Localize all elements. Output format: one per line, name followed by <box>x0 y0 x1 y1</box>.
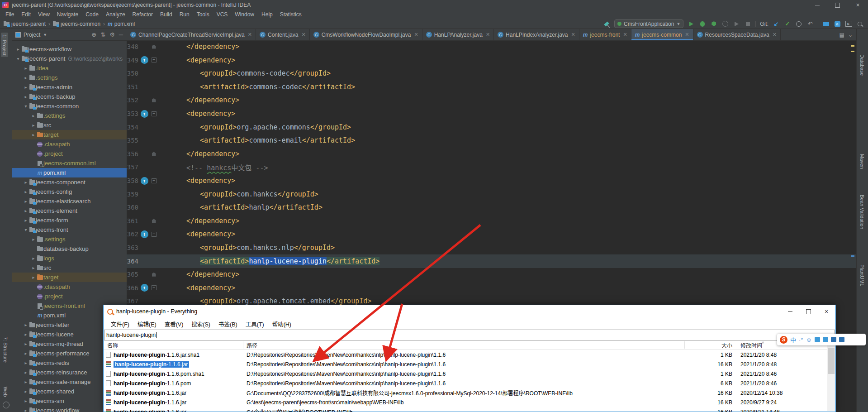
everything-menu-item[interactable]: 书签(B) <box>215 320 241 328</box>
everything-menu-item[interactable]: 编辑(E) <box>134 320 160 328</box>
menu-item-code[interactable]: Code <box>82 11 102 18</box>
everything-menu-item[interactable]: 文件(F) <box>107 320 133 328</box>
column-header-name[interactable]: 名称 <box>107 340 236 350</box>
editor-tab[interactable]: CCmsWorkflowNodeFlowDaoImpl.java✕ <box>310 29 422 40</box>
breadcrumb-item[interactable]: jeecms-parent <box>4 21 46 27</box>
expand-arrow-icon[interactable]: ▸ <box>23 341 28 346</box>
ime-chinese-mode-icon[interactable]: 中 <box>790 335 796 344</box>
everything-row[interactable]: hanlp-lucene-plugin-1.1.6.pomD:\Reposito… <box>104 378 835 388</box>
tree-item[interactable]: .project <box>12 292 127 301</box>
menu-item-help[interactable]: Help <box>258 11 276 18</box>
column-header-path[interactable]: 路径 <box>247 340 690 350</box>
search-everywhere-button[interactable] <box>856 20 863 28</box>
build-button[interactable] <box>603 20 610 28</box>
tab-close-icon[interactable]: ✕ <box>571 32 575 38</box>
hide-panel-icon[interactable]: ─ <box>119 31 123 38</box>
tree-item[interactable]: ▸jeecms-elasticsearch <box>12 196 127 206</box>
tree-item[interactable]: ▾jeecms-common <box>12 101 127 111</box>
everything-row[interactable]: hanlp-lucene-plugin-1.1.6.jarG:\test\jee… <box>104 398 835 407</box>
everything-menu-item[interactable]: 工具(T) <box>242 320 268 328</box>
tree-item[interactable]: .classpath <box>12 139 127 149</box>
expand-arrow-icon[interactable]: ▾ <box>23 227 28 232</box>
expand-arrow-icon[interactable]: ▸ <box>23 85 28 90</box>
expand-arrow-icon[interactable]: ▸ <box>31 113 36 118</box>
expand-arrow-icon[interactable]: ▸ <box>23 218 28 223</box>
tab-close-icon[interactable]: ✕ <box>301 32 305 38</box>
editor-tab[interactable]: CHanLPAnalyzer.java✕ <box>422 29 494 40</box>
tree-item[interactable]: database-backup <box>12 244 127 254</box>
expand-arrow-icon[interactable]: ▾ <box>15 56 21 61</box>
expand-arrow-icon[interactable]: ▸ <box>31 132 36 137</box>
tree-item[interactable]: ▸jeecms-form <box>12 216 127 225</box>
tree-item[interactable]: ▸jeecms-backup <box>12 92 127 101</box>
expand-arrow-icon[interactable]: ▸ <box>23 408 28 412</box>
maven-update-icon[interactable]: ↑ <box>141 177 148 185</box>
everything-menu-item[interactable]: 帮助(H) <box>269 320 295 328</box>
fold-collapse-icon[interactable]: − <box>152 57 157 62</box>
gear-icon[interactable]: ⚙ <box>109 31 115 38</box>
more-tabs-icon[interactable]: ⌄ <box>848 32 853 38</box>
expand-arrow-icon[interactable]: ▸ <box>23 75 28 80</box>
tool-window-button-web[interactable]: Web <box>3 387 8 397</box>
tree-item[interactable]: ▸jeecms-component <box>12 177 127 187</box>
tree-item[interactable]: ▸.settings <box>12 235 127 244</box>
editor-tab[interactable]: CResourcesSpaceData.java✕ <box>693 29 781 40</box>
fold-marker-slot[interactable] <box>150 219 157 223</box>
everything-search-input[interactable]: hanlp-lucene-plugin <box>104 330 835 340</box>
fold-collapse-icon[interactable]: − <box>152 285 157 290</box>
fold-marker-slot[interactable] <box>150 273 157 277</box>
expand-arrow-icon[interactable]: ▸ <box>23 360 28 365</box>
split-editor-icon[interactable]: ▤ <box>840 32 844 38</box>
coverage-button[interactable] <box>710 20 717 28</box>
expand-arrow-icon[interactable]: ▸ <box>31 265 36 270</box>
everything-scrollbar[interactable]: ▲ <box>827 340 835 411</box>
expand-arrow-icon[interactable]: ▸ <box>23 370 28 375</box>
tool-window-button-structure[interactable]: 7: Structure <box>3 337 8 363</box>
tree-item[interactable]: ▸src <box>12 263 127 273</box>
tool-window-button-project[interactable]: 1: Project <box>1 33 8 57</box>
everything-minimize-button[interactable] <box>781 306 799 317</box>
tree-item[interactable]: ▸jeecms-element <box>12 206 127 216</box>
expand-arrow-icon[interactable]: ▸ <box>23 208 28 213</box>
ime-skin-icon[interactable] <box>839 337 844 342</box>
fold-end-icon[interactable] <box>152 45 156 49</box>
everything-menu-item[interactable]: 搜索(S) <box>188 320 214 328</box>
tree-item[interactable]: ▾jeecms-parentG:\workspace\gitworks <box>12 54 127 63</box>
ime-emoji-icon[interactable]: ☺ <box>806 336 812 343</box>
menu-item-edit[interactable]: Edit <box>18 11 34 18</box>
fold-marker-slot[interactable] <box>150 98 157 102</box>
fold-collapse-icon[interactable]: − <box>152 178 157 183</box>
fold-collapse-icon[interactable]: − <box>152 232 157 237</box>
expand-arrow-icon[interactable]: ▸ <box>23 389 28 394</box>
tree-item[interactable]: ▸src <box>12 120 127 130</box>
maximize-button[interactable] <box>827 0 848 10</box>
fold-marker-slot[interactable]: − <box>150 111 157 116</box>
fold-marker-slot[interactable] <box>150 45 157 49</box>
tree-item[interactable]: ▸.settings <box>12 111 127 120</box>
maven-update-icon[interactable]: ↑ <box>141 56 148 64</box>
tab-close-icon[interactable]: ✕ <box>486 32 490 38</box>
tab-close-icon[interactable]: ✕ <box>773 32 777 38</box>
translate-button[interactable]: a <box>834 20 841 28</box>
git-commit-button[interactable]: ✓ <box>784 20 791 28</box>
git-update-button[interactable]: ↙ <box>773 20 780 28</box>
tree-item[interactable]: .classpath <box>12 282 127 292</box>
sogou-logo-icon[interactable]: S <box>780 336 787 344</box>
collapse-all-icon[interactable]: ⇅ <box>100 31 105 38</box>
tool-window-button-bean-validation[interactable]: Bean Validation <box>859 195 865 229</box>
expand-arrow-icon[interactable]: ▸ <box>31 237 36 242</box>
everything-row[interactable]: hanlp-lucene-plugin-1.1.6.jarG:\企业\公司的项目… <box>104 407 835 412</box>
menu-item-vcs[interactable]: VCS <box>213 11 232 18</box>
expand-arrow-icon[interactable]: ▸ <box>23 189 28 194</box>
breadcrumb-item[interactable]: jeecms-common <box>53 21 100 27</box>
everything-menu-item[interactable]: 查看(V) <box>161 320 187 328</box>
menu-item-run[interactable]: Run <box>176 11 193 18</box>
editor-tab[interactable]: mjeecms-common✕ <box>631 29 693 40</box>
tree-item[interactable]: ▸jeecms-admin <box>12 82 127 92</box>
event-log-icon[interactable] <box>3 402 9 408</box>
fold-marker-slot[interactable]: − <box>150 57 157 62</box>
expand-arrow-icon[interactable]: ▸ <box>23 180 28 185</box>
fold-marker-slot[interactable]: − <box>150 232 157 237</box>
tab-close-icon[interactable]: ✕ <box>685 32 689 38</box>
expand-arrow-icon[interactable]: ▸ <box>31 123 36 128</box>
